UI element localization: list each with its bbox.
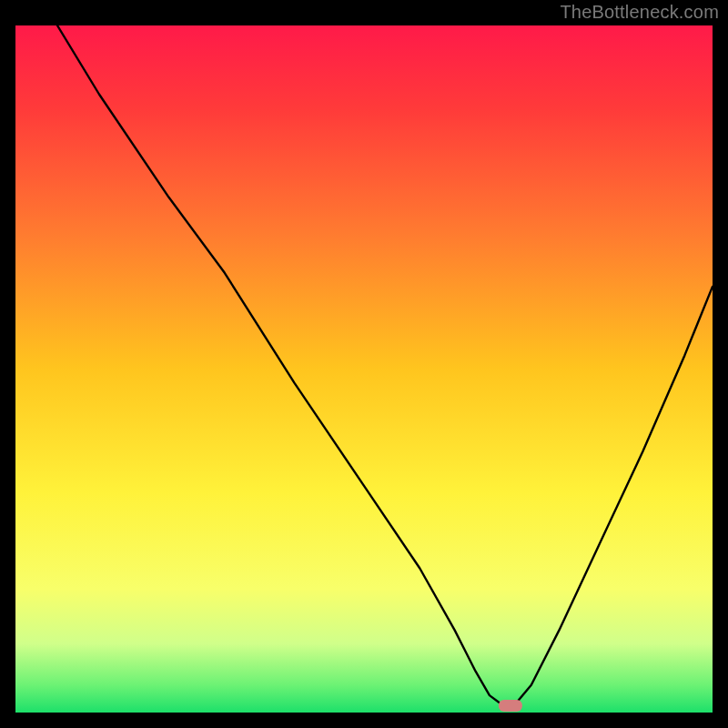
plot-area	[15, 25, 713, 713]
current-config-marker	[499, 700, 522, 712]
chart-svg	[15, 25, 713, 713]
gradient-background	[15, 25, 713, 713]
chart-frame: TheBottleneck.com	[0, 0, 728, 728]
watermark-text: TheBottleneck.com	[560, 2, 719, 23]
